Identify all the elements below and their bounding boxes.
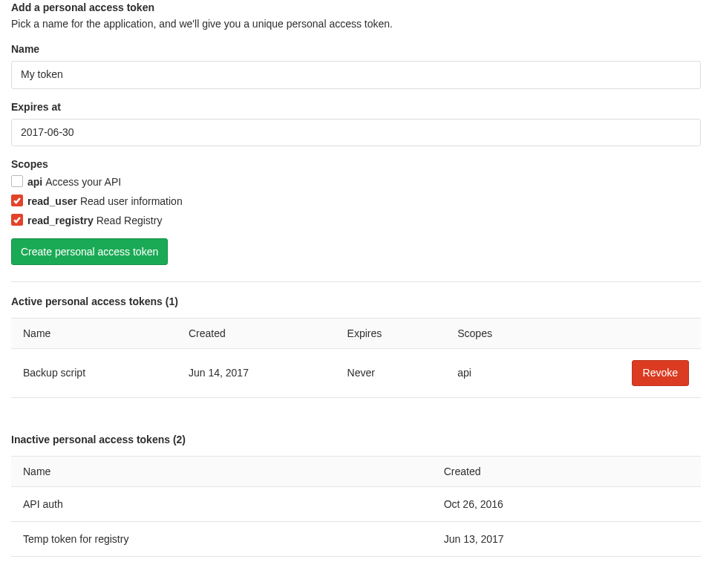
- scope-checkbox-read-user[interactable]: [11, 195, 23, 206]
- table-row: API auth Oct 26, 2016: [11, 486, 701, 521]
- create-token-button[interactable]: Create personal access token: [11, 238, 168, 265]
- expires-input[interactable]: [11, 119, 701, 147]
- scope-desc: Access your API: [45, 176, 121, 188]
- name-label: Name: [11, 43, 701, 55]
- cell-created: Jun 14, 2017: [177, 349, 336, 397]
- active-tokens-heading: Active personal access tokens (1): [11, 295, 701, 307]
- inactive-tokens-heading: Inactive personal access tokens (2): [11, 434, 701, 445]
- inactive-tokens-table: Name Created API auth Oct 26, 2016 Temp …: [11, 456, 701, 557]
- col-name: Name: [11, 318, 177, 349]
- active-tokens-table: Name Created Expires Scopes Backup scrip…: [11, 318, 701, 397]
- scopes-label: Scopes: [11, 158, 701, 170]
- table-row: Temp token for registry Jun 13, 2017: [11, 521, 701, 556]
- col-created: Created: [177, 318, 336, 349]
- cell-name: API auth: [11, 486, 432, 521]
- scope-name: read_registry: [27, 215, 94, 226]
- add-token-heading: Add a personal access token: [11, 0, 701, 13]
- cell-name: Temp token for registry: [11, 521, 432, 556]
- table-header-row: Name Created: [11, 456, 701, 486]
- cell-name: Backup script: [11, 349, 177, 397]
- divider: [11, 281, 701, 282]
- table-header-row: Name Created Expires Scopes: [11, 318, 701, 349]
- scope-row-read-registry: read_registry Read Registry: [11, 215, 701, 226]
- col-expires: Expires: [336, 318, 446, 349]
- cell-scopes: api: [445, 349, 611, 397]
- col-name: Name: [11, 456, 432, 486]
- col-created: Created: [432, 456, 701, 486]
- check-icon: [13, 215, 22, 224]
- scope-row-api: api Access your API: [11, 176, 701, 188]
- cell-created: Oct 26, 2016: [432, 486, 701, 521]
- scope-name: api: [27, 176, 42, 188]
- check-icon: [13, 196, 22, 205]
- scope-desc: Read Registry: [97, 215, 163, 226]
- col-actions: [611, 318, 701, 349]
- scope-desc: Read user information: [80, 195, 183, 207]
- cell-created: Jun 13, 2017: [432, 521, 701, 556]
- scope-checkbox-api[interactable]: [11, 175, 23, 187]
- table-row: Backup script Jun 14, 2017 Never api Rev…: [11, 349, 701, 397]
- scope-name: read_user: [27, 195, 77, 207]
- add-token-description: Pick a name for the application, and we'…: [11, 18, 701, 30]
- name-input[interactable]: [11, 61, 701, 89]
- cell-actions: Revoke: [611, 349, 701, 397]
- expires-label: Expires at: [11, 101, 701, 113]
- scope-checkbox-read-registry[interactable]: [11, 214, 23, 226]
- revoke-button[interactable]: Revoke: [632, 360, 689, 385]
- scope-row-read-user: read_user Read user information: [11, 195, 701, 207]
- cell-expires: Never: [336, 349, 446, 397]
- col-scopes: Scopes: [445, 318, 611, 349]
